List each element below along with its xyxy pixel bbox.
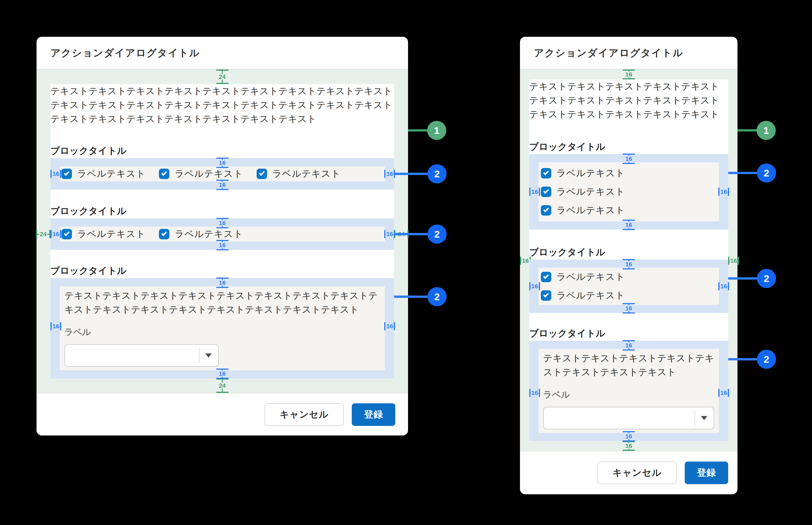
dialog-footer: キャンセル 登録 [520,451,738,494]
field-label: ラベル [543,388,714,401]
content-panel: 16 16 テキストテキストテキストテキストテキストテキストテキストテキストテキ… [529,79,728,441]
form-block: 16 16 16 16 2 テキストテキストテキストテキストテキストテキストテキ… [529,341,728,441]
spacing-annotation: 16 [384,322,394,330]
content-panel: テキストテキストテキストテキストテキストテキストテキストテキストテキストテキスト… [50,84,394,378]
spacing-value: 16 [625,72,632,77]
checkbox-option[interactable]: ラベルテキスト [257,167,341,180]
spacing-value: 16 [52,323,60,329]
spacing-value: 16 [625,156,632,162]
spacing-value: 16 [219,280,226,286]
spacing-annotation: 24 [36,230,50,238]
spacing-annotation: 16 [384,170,394,178]
field-label: ラベル [64,326,380,339]
checkbox-label: ラベルテキスト [272,167,341,180]
spacing-annotation: 16 [529,389,539,397]
intro-text: テキストテキストテキストテキストテキストテキストテキストテキストテキストテキスト… [50,84,394,126]
block-text: テキストテキストテキストテキストテキストテキストテキストテキストテキストテキスト… [64,288,380,316]
checkbox-option[interactable]: ラベルテキスト [159,228,243,240]
submit-button[interactable]: 登録 [352,403,395,426]
checkbox-option[interactable]: ラベルテキスト [541,201,716,220]
callout-badge-2: 2 [757,269,776,288]
dropdown-select[interactable] [64,344,219,367]
cancel-button[interactable]: キャンセル [264,403,344,426]
spacing-annotation: 24 [216,70,229,84]
callout-badge-2: 2 [757,163,776,182]
checkbox-checked[interactable] [159,169,169,179]
check-icon [64,230,70,236]
checkbox-checked[interactable] [61,169,72,179]
checkbox-checked[interactable] [541,168,551,179]
checkbox-label: ラベルテキスト [556,271,625,283]
checkbox-checked[interactable] [541,290,551,301]
callout-badge-1: 1 [427,121,446,140]
spacing-value: 16 [521,258,529,264]
callout-badge-number: 2 [764,167,769,179]
checkbox-option[interactable]: ラベルテキスト [541,268,716,286]
spacing-value: 16 [219,220,226,226]
spacing-annotation: 16 [50,322,60,330]
callout-badge-number: 1 [434,125,440,136]
checkbox-label: ラベルテキスト [556,289,625,302]
spacing-value: 16 [531,189,538,195]
spacing-value: 16 [531,283,538,289]
spacing-annotation: 16 [718,282,728,290]
select-divider [199,348,200,363]
spacing-value: 16 [720,189,728,195]
checkbox-option[interactable]: ラベルテキスト [159,167,243,180]
callout-badge-number: 2 [434,291,440,302]
checkbox-checked[interactable] [541,272,551,282]
checkbox-option[interactable]: ラベルテキスト [541,182,716,201]
block-title: ブロックタイトル [50,204,394,218]
block-text: テキストテキストテキストテキストテキストテキストテキストテキスト [543,351,714,379]
spacing-value: 16 [219,182,226,188]
checkbox-checked[interactable] [61,229,72,239]
checkbox-option[interactable]: ラベルテキスト [61,167,146,180]
checkbox-checked[interactable] [541,186,551,197]
checkbox-checked[interactable] [159,229,169,239]
design-spec-canvas: アクションダイアログタイトル 24 24 1 テキストテキストテキストテキストテ… [0,0,812,525]
dropdown-select[interactable] [543,407,714,430]
spacing-value: 16 [720,283,728,289]
checkbox-block: 16 16 16 16 2 ラベルテキスト ラベルテキスト [529,154,728,229]
checkbox-block: 16 16 16 16 2 ラベルテキスト ラベルテキスト [50,158,394,190]
spacing-value: 16 [625,261,632,267]
checkbox-option[interactable]: ラベルテキスト [541,286,716,305]
dialog-title: アクションダイアログタイトル [534,46,683,60]
check-icon [543,188,549,194]
checkbox-label: ラベルテキスト [556,204,625,217]
submit-button[interactable]: 登録 [685,462,728,484]
spacing-value: 16 [386,171,393,177]
checkbox-option[interactable]: ラベルテキスト [541,164,716,182]
checkbox-block: 16 16 16 16 2 ラベルテキスト ラベルテキスト [529,260,728,313]
dialog-content: 16 16 1 16 16 テキストテキストテキストテキストテキストテキストテキ… [520,70,738,451]
spacing-value: 16 [625,222,632,228]
form-block: 16 16 16 16 2 テキストテキストテキストテキストテキストテキストテキ… [50,278,394,378]
checkbox-option[interactable]: ラベルテキスト [61,228,146,240]
check-icon [543,207,549,212]
spacing-value: 16 [52,171,60,177]
callout-badge-2: 2 [757,350,776,369]
chevron-down-icon [205,354,212,358]
callout-badge-2: 2 [427,287,447,306]
check-icon [259,170,265,176]
checkbox-checked[interactable] [541,205,551,215]
cancel-button[interactable]: キャンセル [597,462,677,484]
spacing-value: 16 [531,390,538,396]
spacing-value: 16 [730,258,738,264]
spacing-value: 16 [386,323,393,329]
dialog-header: アクションダイアログタイトル [37,37,408,70]
checkbox-row: ラベルテキスト ラベルテキスト [60,227,385,242]
callout-badge-number: 2 [764,354,769,365]
checkbox-label: ラベルテキスト [77,228,146,240]
checkbox-row: ラベルテキスト ラベルテキスト ラベルテキスト [60,166,385,181]
spacing-annotation: 16 [718,188,728,196]
spacing-value: 24 [219,383,226,389]
spacing-value: 16 [386,231,393,237]
dialog-title: アクションダイアログタイトル [50,46,200,60]
checkbox-checked[interactable] [257,169,267,179]
check-icon [64,170,70,176]
spacing-annotation: 16 [718,389,728,397]
dialog-content: 24 24 1 テキストテキストテキストテキストテキストテキストテキストテキスト… [37,70,408,393]
dialog-desktop: アクションダイアログタイトル 24 24 1 テキストテキストテキストテキストテ… [37,37,408,434]
spacing-annotation: 16 [529,188,539,196]
